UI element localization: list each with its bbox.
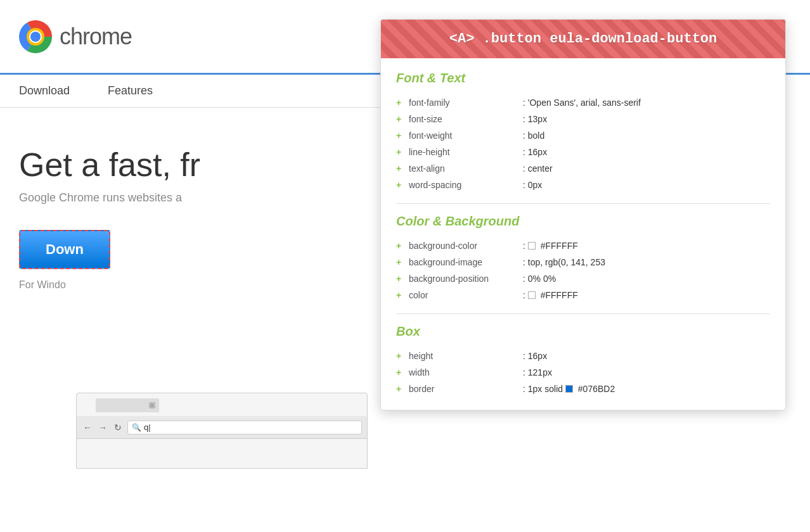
font-weight-name: font-weight [409,130,523,141]
font-family-value: : 'Open Sans', arial, sans-serif [523,98,641,108]
plus-icon: + [396,180,404,190]
plus-icon: + [396,163,404,174]
browser-toolbar: ← → ↻ 🔍 q| [77,416,367,439]
font-weight-row: + font-weight : bold [396,127,770,144]
browser-tab: × [96,398,159,412]
refresh-icon[interactable]: ↻ [112,422,124,433]
chrome-main: Get a fast, fr Google Chrome runs websit… [0,108,380,329]
font-size-name: font-size [409,114,523,124]
line-height-name: line-height [409,147,523,157]
chrome-logo: chrome [19,20,132,53]
plus-icon: + [396,290,404,300]
box-section-title: Box [396,324,770,339]
back-icon[interactable]: ← [82,422,93,433]
color-name: color [409,290,523,300]
color-swatch-white [528,242,536,250]
color-swatch-white-2 [528,291,536,299]
chrome-logo-text: chrome [60,23,132,50]
color-swatch-blue [565,385,573,393]
svg-point-3 [30,32,41,42]
border-row: + border : 1px solid #076BD2 [396,381,770,397]
width-row: + width : 121px [396,364,770,381]
height-row: + height : 16px [396,348,770,364]
nav-features[interactable]: Features [108,84,153,98]
plus-icon: + [396,130,404,141]
address-bar[interactable]: 🔍 q| [127,421,362,434]
forward-icon[interactable]: → [97,422,108,433]
height-name: height [409,351,523,361]
plus-icon: + [396,114,404,124]
search-icon: 🔍 [132,423,141,432]
divider-2 [396,314,770,314]
text-align-value: : center [523,163,553,174]
color-background-section-title: Color & Background [396,214,770,229]
background-color-row: + background-color : #FFFFFF [396,238,770,254]
word-spacing-name: word-spacing [409,180,523,190]
background-color-value: : #FFFFFF [523,241,578,251]
plus-icon: + [396,147,404,157]
font-family-name: font-family [409,98,523,108]
inspector-body: Font & Text + font-family : 'Open Sans',… [381,58,785,410]
inspector-title: <A> .button eula-download-button [394,31,773,47]
text-align-name: text-align [409,163,523,174]
line-height-row: + line-height : 16px [396,144,770,160]
plus-icon: + [396,241,404,251]
plus-icon: + [396,384,404,394]
font-weight-value: : bold [523,130,544,141]
chrome-nav: Download Features [0,75,380,108]
browser-mockup: × ← → ↻ 🔍 q| [76,393,368,469]
text-align-row: + text-align : center [396,160,770,177]
plus-icon: + [396,257,404,267]
background-image-name: background-image [409,257,523,267]
font-size-row: + font-size : 13px [396,111,770,127]
download-button[interactable]: Down [19,230,110,269]
border-value: : 1px solid #076BD2 [523,384,615,394]
width-value: : 121px [523,367,552,377]
nav-download[interactable]: Download [19,84,70,98]
divider-1 [396,203,770,204]
width-name: width [409,367,523,377]
word-spacing-value: : 0px [523,180,542,190]
background-image-row: + background-image : top, rgb(0, 141, 25… [396,254,770,270]
plus-icon: + [396,274,404,284]
background-color-name: background-color [409,241,523,251]
word-spacing-row: + word-spacing : 0px [396,177,770,193]
background-position-name: background-position [409,274,523,284]
font-family-row: + font-family : 'Open Sans', arial, sans… [396,94,770,111]
main-subtext: Google Chrome runs websites a [19,191,387,205]
chrome-logo-icon [19,20,52,53]
inspector-header: <A> .button eula-download-button [381,20,785,58]
border-name: border [409,384,523,394]
background-position-value: : 0% 0% [523,274,556,284]
font-text-section-title: Font & Text [396,71,770,86]
line-height-value: : 16px [523,147,547,157]
plus-icon: + [396,367,404,377]
font-size-value: : 13px [523,114,547,124]
background-image-value: : top, rgb(0, 141, 253 [523,257,605,267]
address-text: q| [144,422,151,432]
inspector-panel: <A> .button eula-download-button Font & … [380,19,786,410]
plus-icon: + [396,98,404,108]
height-value: : 16px [523,351,547,361]
close-icon[interactable]: × [149,402,155,408]
for-windows-text: For Windo [19,279,361,291]
plus-icon: + [396,351,404,361]
color-value: : #FFFFFF [523,290,578,300]
background-position-row: + background-position : 0% 0% [396,270,770,287]
main-heading: Get a fast, fr [19,146,387,184]
color-row: + color : #FFFFFF [396,287,770,303]
